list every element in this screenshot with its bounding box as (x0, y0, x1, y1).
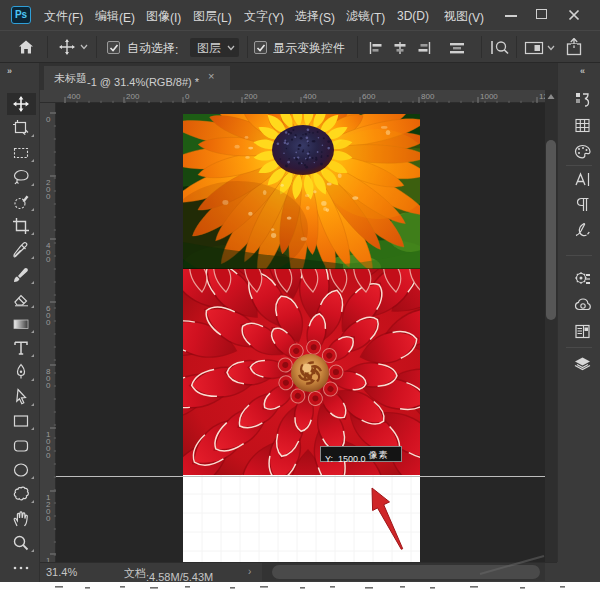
svg-text:0: 0 (46, 451, 51, 460)
svg-text:0: 0 (46, 192, 51, 201)
svg-text:0: 0 (46, 514, 51, 523)
svg-text:0: 0 (46, 115, 51, 124)
svg-text:0: 0 (46, 381, 51, 390)
svg-text:0: 0 (46, 255, 51, 264)
svg-text:0: 0 (46, 318, 51, 327)
